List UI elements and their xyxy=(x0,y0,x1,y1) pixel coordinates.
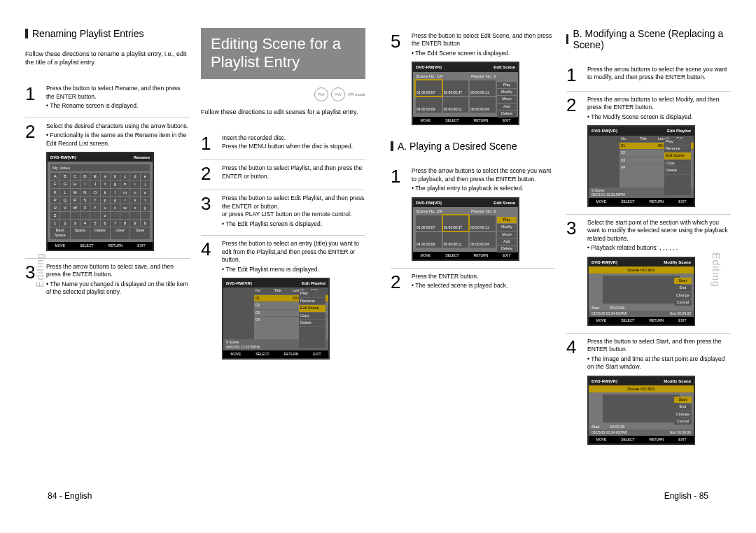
heading-play-scene: A. Playing a Desired Scene xyxy=(391,141,555,152)
step-note: Playback related buttons: , , , , , . xyxy=(587,244,731,252)
step-text: Press the arrow buttons to select save, … xyxy=(46,263,174,278)
step-number: 1 xyxy=(25,85,41,103)
step-text: Press the arrow buttons to select the sc… xyxy=(412,167,551,182)
step-text: Select the desired characters using the … xyxy=(46,122,188,129)
playlist-menu: PlayRenameEdit SceneCopyDelete xyxy=(299,290,326,348)
left-col-1: Renaming Playlist Entries Follow these d… xyxy=(20,28,195,512)
step-text: Press the button to select Edit Scene, a… xyxy=(412,32,552,47)
edit-step-4: 4 Press the button to select an entry (t… xyxy=(201,235,365,359)
rename-step-3: 3 Press the arrow buttons to select save… xyxy=(25,258,190,297)
step-text: Press the button to select Rename, and t… xyxy=(46,85,180,99)
step-note: Functionality is the same as the Rename … xyxy=(46,132,190,148)
playlist-thumb xyxy=(223,287,254,339)
step-note: The Modify Scene screen is displayed. xyxy=(587,113,731,121)
modify-step-3: 3 Select the start point of the section … xyxy=(566,214,731,326)
side-tab-right: Editing xyxy=(710,253,722,287)
step-note: The image and time at the start point ar… xyxy=(587,355,731,371)
edit-step-3: 3 Press the button to select Edit Playli… xyxy=(201,190,365,228)
step-note: The Rename screen is displayed. xyxy=(46,102,190,110)
modify-step-4: 4 Press the button to select Start, and … xyxy=(566,333,731,445)
step-note: The Edit Playlist menu is displayed. xyxy=(222,266,365,273)
screenshot-edit-playlist: DVD-RW(VR)Edit Playlist NoTitleLengthEdi… xyxy=(222,278,330,359)
step-text: Press the arrow buttons to select Modify… xyxy=(587,96,719,111)
step-text: Press the button to select Playlist, and… xyxy=(222,164,362,179)
page-number-left: 84 - English xyxy=(48,491,92,501)
disc-mode-icons: RW RW VR mode xyxy=(201,87,365,101)
lead-edit: Follow these directions to edit scenes f… xyxy=(201,108,365,117)
edit-step-5: 5 Press the button to select Edit Scene,… xyxy=(391,28,555,125)
edit-step-1: 1 Insert the recorded disc. Press the ME… xyxy=(201,130,365,152)
manual-spread: Editing Renaming Playlist Entries Follow… xyxy=(0,0,756,533)
step-text: Select the start point of the section wi… xyxy=(587,219,728,242)
step-text: Press the ENTER button. xyxy=(412,273,478,280)
step-note: The Edit Scene screen is displayed. xyxy=(412,50,555,57)
screenshot-edit-scene-play: DVD-RW(VR)Edit Scene Scene No. 2/9 Playl… xyxy=(412,197,519,261)
step-note: The selected scene is played back. xyxy=(412,282,555,290)
edit-step-2: 2 Press the button to select Playlist, a… xyxy=(201,159,365,183)
step-text: Press the button to select an entry (tit… xyxy=(222,240,359,263)
side-tab-left: Editing xyxy=(34,253,46,287)
step-text: Press the button to select Edit Playlist… xyxy=(222,194,364,218)
step-text: Insert the recorded disc. Press the MENU… xyxy=(222,134,353,149)
right-page: Editing 5 Press the button to select Edi… xyxy=(385,28,736,512)
keyboard-grid: ABCDEabcdeFGHIJfghijKLMNOklmnoPQRSTpqrst… xyxy=(50,173,150,227)
step-note: The Name you changed is displayed on the… xyxy=(46,280,190,297)
screenshot-rename: DVD-RW(VR)Rename My Video ABCDEabcdeFGHI… xyxy=(46,152,154,250)
step-text: Press the arrow buttons to select the sc… xyxy=(587,66,727,80)
step-text: Press the button to select Start, and th… xyxy=(587,338,721,353)
vr-mode-label: VR mode xyxy=(348,92,365,97)
play-step-2: 2 Press the ENTER button. The selected s… xyxy=(391,268,555,291)
left-page: Editing Renaming Playlist Entries Follow… xyxy=(20,28,371,512)
keyboard-fn-row: Back SpaceSpaceDeleteClearSave xyxy=(50,227,150,239)
modify-step-2: 2 Press the arrow buttons to select Modi… xyxy=(566,91,731,207)
screenshot-edit-scene: DVD-RW(VR)Edit Scene Scene No. 1/9 Playl… xyxy=(412,62,519,125)
rename-step-1: 1 Press the button to select Rename, and… xyxy=(25,80,190,110)
right-col-1: 5 Press the button to select Edit Scene,… xyxy=(385,28,561,512)
step-note: The playlist entry to playback is select… xyxy=(412,185,555,192)
disc-icon: RW xyxy=(331,87,345,101)
lead-rename: Follow these directions to rename a play… xyxy=(25,50,190,66)
rename-step-2: 2 Select the desired characters using th… xyxy=(25,118,190,251)
modify-step-1: 1 Press the arrow buttons to select the … xyxy=(566,62,731,84)
heading-rename: Renaming Playlist Entries xyxy=(25,28,190,39)
rename-field: My Video xyxy=(50,164,150,171)
step-number: 2 xyxy=(25,122,41,141)
page-number-right: English - 85 xyxy=(664,491,708,501)
screenshot-modify-scene-2: DVD-RW(VR)Modify Scene Scene NO.001 Star… xyxy=(587,376,695,445)
screenshot-edit-playlist-modify: DVD-RW(VR)Edit Playlist NoTitleLengthEdi… xyxy=(587,125,695,206)
step-note: The Edit Playlist screen is displayed. xyxy=(222,220,365,228)
left-col-2: Editing Scene for a Playlist Entry RW RW… xyxy=(195,28,371,512)
play-step-1: 1 Press the arrow buttons to select the … xyxy=(391,163,555,260)
heading-modify-scene: B. Modifying a Scene (Replacing a Scene) xyxy=(566,28,731,50)
page-title: Editing Scene for a Playlist Entry xyxy=(201,28,365,79)
disc-icon: RW xyxy=(314,87,328,101)
screenshot-modify-scene-1: DVD-RW(VR)Modify Scene Scene NO.001 Star… xyxy=(587,257,695,326)
